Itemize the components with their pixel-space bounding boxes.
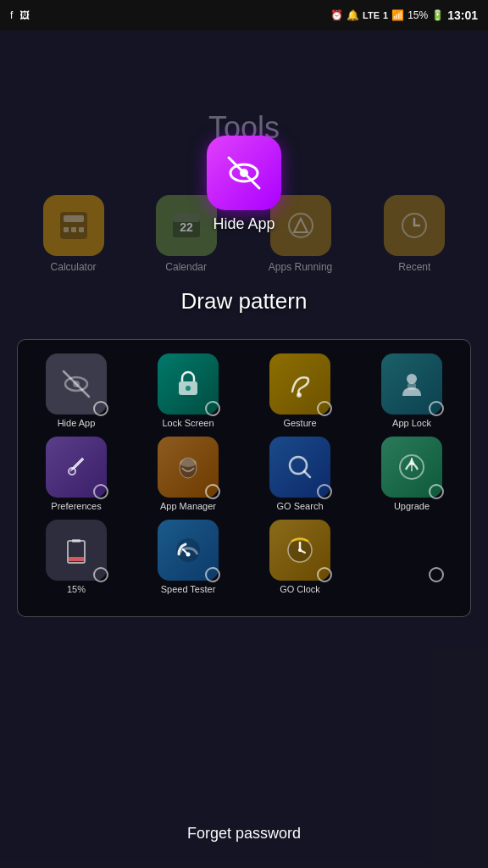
status-icons-right: ⏰ 🔔 LTE 1 📶 15% 🔋 13:01 [330,8,478,22]
status-time: 13:01 [447,8,478,22]
facebook-icon: f [10,9,13,21]
pattern-dot-9 [93,567,108,582]
app-cell-preferences[interactable]: Preferences [25,437,128,511]
pattern-dot-8 [429,484,444,499]
battery-icon: 🔋 [431,9,444,21]
pattern-dot-2 [205,401,220,416]
app-cell-gesture[interactable]: Gesture [248,353,352,428]
draw-pattern-title: Draw pattern [181,288,308,314]
battery-label: 15% [67,584,86,594]
signal-icon: 📶 [391,9,404,21]
battery-icon-app [46,520,107,581]
pattern-panel[interactable]: Hide App Lock Screen [17,339,471,617]
speedtester-icon [158,520,219,581]
app-cell-upgrade[interactable]: Upgrade [360,437,463,511]
speedtester-label: Speed Tester [161,584,216,594]
goclock-icon [269,520,330,581]
pattern-dot-7 [317,484,332,499]
vol-icon: 🔔 [347,9,359,21]
hide-app-label: Hide App [213,215,274,233]
gosearch-icon [269,437,330,498]
pattern-dot-5 [93,484,108,499]
app-cell-applock[interactable]: App Lock [360,353,463,428]
app-cell-battery[interactable]: 15% [25,520,128,594]
goclock-label: GO Clock [280,584,320,594]
pattern-dot-12 [429,567,444,582]
hide-app-icon[interactable] [207,136,281,210]
photo-icon: 🖼 [19,9,30,21]
app-cell-goclock[interactable]: GO Clock [248,520,352,594]
forget-password[interactable]: Forget password [187,825,301,843]
svg-line-25 [304,471,310,477]
status-icons-left: f 🖼 [10,9,30,21]
preferences-label: Preferences [51,501,101,511]
apps-grid-row1: Hide App Lock Screen [25,353,463,428]
svg-rect-30 [72,539,80,542]
upgrade-icon [381,437,442,498]
preferences-icon [46,437,107,498]
apps-grid-row2: Preferences App Manager [25,437,463,511]
svg-point-18 [297,392,302,398]
app-cell-gosearch[interactable]: GO Search [248,437,352,511]
pattern-dot-3 [317,401,332,416]
app-cell-lockscreen[interactable]: Lock Screen [136,353,240,428]
svg-point-17 [186,386,191,391]
svg-line-15 [64,371,89,397]
hideapp-icon [46,353,107,415]
svg-rect-20 [408,383,416,390]
applock-icon [381,353,442,415]
app-cell-empty [360,520,463,594]
pattern-dot-6 [205,484,220,499]
svg-marker-28 [408,458,415,465]
status-bar: f 🖼 ⏰ 🔔 LTE 1 📶 15% 🔋 13:01 [0,0,488,31]
appmanager-label: App Manager [160,501,216,511]
pattern-dot-4 [429,401,444,416]
app-cell-speedtester[interactable]: Speed Tester [136,520,240,594]
appmanager-icon [158,437,219,498]
pattern-dot-10 [205,567,220,582]
lockscreen-icon [158,353,219,415]
svg-point-38 [298,548,302,552]
app-cell-appmanager[interactable]: App Manager [136,437,240,511]
lte-icon: LTE [363,10,380,20]
gesture-label: Gesture [283,418,316,428]
pattern-dot-1 [93,401,108,416]
hideapp-label: Hide App [58,418,96,428]
svg-rect-31 [69,557,84,561]
svg-point-19 [407,374,417,384]
sim-icon: 1 [383,10,388,20]
apps-grid-row3: 15% Speed Tester [25,520,463,594]
alarm-icon: ⏰ [330,9,343,21]
forget-password-label[interactable]: Forget password [187,825,301,842]
svg-line-12 [229,158,259,188]
battery-text: 15% [408,9,428,21]
empty-slot [381,520,442,581]
app-cell-hideapp[interactable]: Hide App [25,353,128,428]
gesture-icon [269,353,330,415]
gosearch-label: GO Search [276,501,323,511]
applock-label: App Lock [392,418,431,428]
svg-point-23 [180,459,197,467]
upgrade-label: Upgrade [394,501,430,511]
lockscreen-label: Lock Screen [162,418,214,428]
pattern-dot-11 [317,567,332,582]
hide-app-popup: Hide App [207,136,281,233]
